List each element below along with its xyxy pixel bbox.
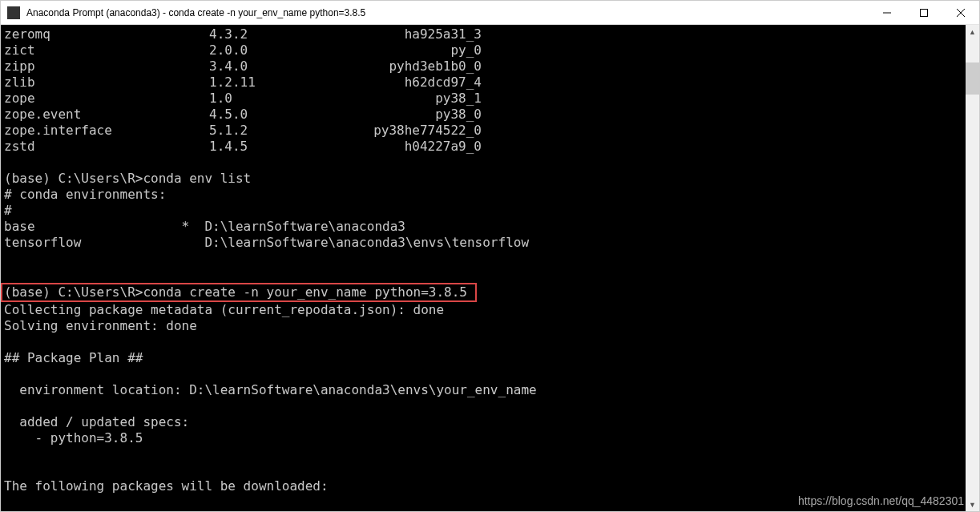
prompt-line: (base) C:\Users\R>conda env list [4, 171, 251, 186]
terminal-area: zeromq4.3.2ha925a31_3zict2.0.0py_0zipp3.… [1, 25, 979, 511]
highlighted-command: (base) C:\Users\R>conda create -n your_e… [1, 283, 477, 302]
package-name: zstd [4, 139, 209, 155]
package-name: zope [4, 91, 209, 107]
package-version: 3.4.0 [209, 58, 369, 75]
app-icon [7, 6, 20, 19]
package-build: py38he774522_0 [369, 123, 482, 139]
titlebar[interactable]: Anaconda Prompt (anaconda3) - conda crea… [1, 1, 979, 25]
scroll-down-button[interactable]: ▼ [966, 498, 979, 511]
terminal[interactable]: zeromq4.3.2ha925a31_3zict2.0.0py_0zipp3.… [1, 25, 966, 511]
package-version: 4.5.0 [209, 107, 369, 123]
solving-line: Solving environment: done [4, 318, 197, 333]
package-row: zlib1.2.11h62dcd97_4 [4, 75, 962, 91]
scroll-thumb[interactable] [966, 62, 979, 95]
package-version: 1.4.5 [209, 139, 369, 155]
env-row: base * D:\learnSoftware\anaconda3 [4, 219, 405, 234]
env-header: # conda environments: [4, 187, 166, 202]
package-build: pyhd3eb1b0_0 [369, 58, 482, 75]
close-button[interactable] [942, 1, 979, 24]
package-name: zope.interface [4, 123, 209, 139]
window-frame: Anaconda Prompt (anaconda3) - conda crea… [0, 0, 980, 512]
collecting-line: Collecting package metadata (current_rep… [4, 302, 444, 317]
package-version: 1.2.11 [209, 75, 369, 91]
env-hash: # [4, 203, 12, 218]
package-row: zope.interface5.1.2py38he774522_0 [4, 123, 962, 139]
package-row: zope.event4.5.0py38_0 [4, 107, 962, 123]
package-version: 2.0.0 [209, 42, 369, 58]
env-row: tensorflow D:\learnSoftware\anaconda3\en… [4, 235, 529, 250]
added-spec-item: - python=3.8.5 [4, 430, 143, 445]
scroll-track[interactable] [966, 38, 979, 498]
package-name: zope.event [4, 107, 209, 123]
package-build: h62dcd97_4 [369, 75, 482, 91]
window-controls [869, 1, 979, 24]
package-name: zeromq [4, 26, 209, 42]
env-location: environment location: D:\learnSoftware\a… [4, 382, 537, 397]
package-build: py38_0 [369, 107, 482, 123]
package-build: py_0 [369, 42, 482, 58]
package-build: h04227a9_0 [369, 139, 482, 155]
package-row: zict2.0.0py_0 [4, 42, 962, 58]
package-row: zeromq4.3.2ha925a31_3 [4, 26, 962, 42]
package-version: 5.1.2 [209, 123, 369, 139]
scrollbar: ▲ ▼ [966, 25, 979, 511]
package-version: 4.3.2 [209, 26, 369, 42]
package-name: zlib [4, 75, 209, 91]
package-build: ha925a31_3 [369, 26, 482, 42]
package-row: zstd1.4.5h04227a9_0 [4, 139, 962, 155]
window-title: Anaconda Prompt (anaconda3) - conda crea… [26, 7, 869, 18]
svg-rect-1 [921, 9, 928, 16]
package-name: zict [4, 42, 209, 58]
download-header: The following packages will be downloade… [4, 478, 329, 494]
package-row: zope1.0py38_1 [4, 91, 962, 107]
package-build: py38_1 [369, 91, 482, 107]
package-name: zipp [4, 58, 209, 75]
added-specs-header: added / updated specs: [4, 414, 189, 429]
minimize-button[interactable] [869, 1, 905, 24]
package-version: 1.0 [209, 91, 369, 107]
maximize-button[interactable] [905, 1, 942, 24]
package-plan-header: ## Package Plan ## [4, 350, 143, 365]
package-row: zipp3.4.0pyhd3eb1b0_0 [4, 58, 962, 75]
scroll-up-button[interactable]: ▲ [966, 25, 979, 38]
